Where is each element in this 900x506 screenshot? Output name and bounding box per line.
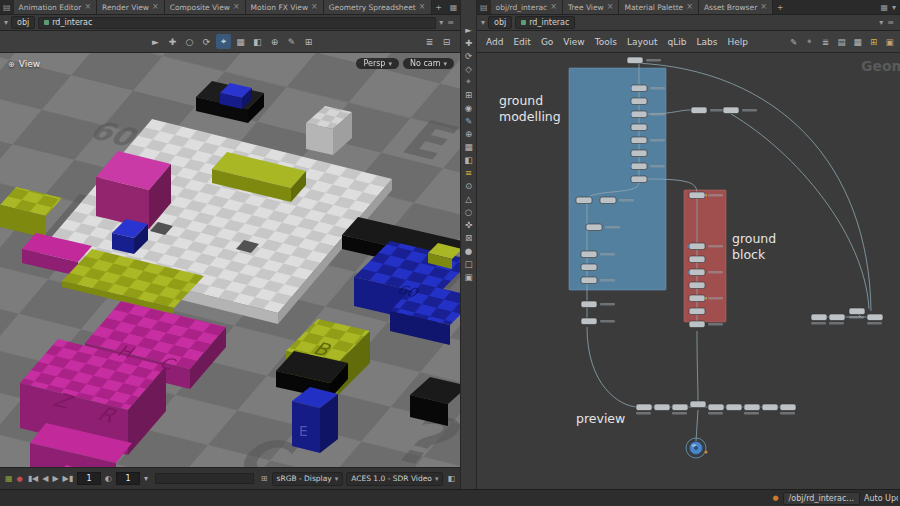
path-caret-icon[interactable]: ▾: [481, 18, 485, 27]
side-tool-icon[interactable]: ◇: [462, 63, 475, 74]
menu-item[interactable]: Tools: [590, 37, 622, 47]
auto-update-toggle[interactable]: Auto Update ▾: [864, 494, 898, 503]
tab-close-icon[interactable]: ×: [760, 3, 767, 11]
status-path-button[interactable]: /obj/rd_interac...: [783, 492, 860, 505]
tab-close-icon[interactable]: ×: [607, 3, 614, 11]
side-tool-icon[interactable]: ⊙: [462, 180, 475, 191]
network-editor[interactable]: ground modelling ground block preview Ge…: [477, 53, 900, 489]
viewport-tool-icon[interactable]: ◧: [250, 34, 265, 49]
menu-item[interactable]: Go: [536, 37, 558, 47]
network-toolbar-icon[interactable]: ▦: [851, 35, 864, 48]
view-menu-icon[interactable]: ⊕: [8, 60, 15, 69]
viewport-tool-icon[interactable]: ⟳: [199, 34, 214, 49]
playbar-mode-icon[interactable]: ▦: [4, 474, 14, 483]
side-tool-icon[interactable]: △: [462, 193, 475, 204]
tab-close-icon[interactable]: ×: [84, 3, 91, 11]
viewport-tool-icon[interactable]: ✚: [165, 34, 180, 49]
transport-button[interactable]: ▮◀: [27, 474, 40, 483]
side-tool-icon[interactable]: ►: [462, 24, 475, 35]
pane-tab[interactable]: Tree View ×: [563, 0, 620, 14]
preview-sphere-node[interactable]: [686, 438, 708, 458]
frame-start-field[interactable]: 1: [77, 472, 101, 485]
menu-item[interactable]: Add: [481, 37, 508, 47]
side-tool-icon[interactable]: ⌖: [462, 76, 475, 87]
keyframe-icon[interactable]: ◐: [104, 474, 113, 483]
side-tool-icon[interactable]: ▣: [462, 271, 475, 282]
context-chip[interactable]: obj: [488, 16, 512, 29]
pane-layout-icon[interactable]: ▦: [880, 3, 888, 12]
blue-block-bottom[interactable]: E: [292, 387, 338, 453]
new-tab-button[interactable]: +: [432, 0, 446, 14]
pane-menu-caret-icon[interactable]: ▾: [892, 3, 896, 12]
camera-link-button[interactable]: No cam ▾: [403, 58, 454, 69]
timeline-track[interactable]: [155, 473, 254, 484]
viewport-tool-icon[interactable]: ⊞: [301, 34, 316, 49]
camera-menu-button[interactable]: Persp ▾: [356, 58, 399, 69]
path-menu-icon[interactable]: ≡: [447, 18, 454, 27]
node-chip[interactable]: rd_interac: [515, 16, 575, 29]
view-transform-dropdown[interactable]: ACES 1.0 - SDR Video ▾: [346, 472, 443, 486]
side-tool-icon[interactable]: ⊠: [462, 232, 475, 243]
side-tool-icon[interactable]: ≡: [462, 167, 475, 178]
path-history-caret-icon[interactable]: ▾: [879, 18, 883, 27]
transport-button[interactable]: ◀: [41, 474, 49, 483]
viewport-tool-icon[interactable]: ○: [182, 34, 197, 49]
viewport-tool-icon[interactable]: ►: [148, 34, 163, 49]
side-tool-icon[interactable]: ◧: [462, 154, 475, 165]
playbar-mode-icon[interactable]: ●: [16, 475, 24, 483]
viewport-3d[interactable]: H 60 E H ? C: [0, 53, 460, 467]
menu-item[interactable]: Help: [722, 37, 753, 47]
side-tool-icon[interactable]: ⊞: [462, 89, 475, 100]
context-chip[interactable]: obj: [11, 16, 35, 29]
network-toolbar-icon[interactable]: ▤: [835, 35, 848, 48]
path-menu-icon[interactable]: ≡: [887, 18, 894, 27]
pane-tab[interactable]: obj/rd_interac ×: [491, 0, 563, 14]
pane-tab[interactable]: Geometry Spreadsheet ×: [324, 0, 432, 14]
pane-tab[interactable]: Motion FX View ×: [246, 0, 324, 14]
network-toolbar-icon[interactable]: ≣: [819, 35, 832, 48]
network-toolbar-icon[interactable]: ▣: [883, 35, 896, 48]
tab-close-icon[interactable]: ×: [311, 3, 318, 11]
viewport-toolbar-right-icon[interactable]: ≣: [422, 34, 437, 49]
frame-options-caret-icon[interactable]: ▾: [143, 474, 149, 483]
side-tool-icon[interactable]: ◉: [462, 102, 475, 113]
menu-item[interactable]: Layout: [622, 37, 663, 47]
tab-close-icon[interactable]: ×: [550, 3, 557, 11]
transport-button[interactable]: ▶▮: [62, 474, 75, 483]
network-toolbar-icon[interactable]: ⌖: [803, 35, 816, 48]
side-tool-icon[interactable]: ✚: [462, 37, 475, 48]
viewport-tool-icon[interactable]: ⌖: [216, 34, 231, 49]
tab-close-icon[interactable]: ×: [152, 3, 159, 11]
side-tool-icon[interactable]: ✎: [462, 115, 475, 126]
display-space-dropdown[interactable]: sRGB - Display ▾: [272, 472, 344, 486]
tab-close-icon[interactable]: ×: [233, 3, 240, 11]
side-tool-icon[interactable]: ⟳: [462, 50, 475, 61]
window-menu-icon[interactable]: ▤: [0, 0, 14, 14]
viewport-toolbar-right-icon[interactable]: ⊟: [439, 34, 454, 49]
viewport-tool-icon[interactable]: ✎: [284, 34, 299, 49]
pane-tab[interactable]: Material Palette ×: [619, 0, 699, 14]
3d-scene[interactable]: H 60 E H ? C: [0, 53, 460, 467]
new-tab-button[interactable]: +: [773, 0, 787, 14]
network-toolbar-icon[interactable]: ⊞: [867, 35, 880, 48]
side-tool-icon[interactable]: ○: [462, 206, 475, 217]
menu-item[interactable]: Labs: [691, 37, 722, 47]
menu-item[interactable]: qLib: [663, 37, 692, 47]
pane-tab[interactable]: Composite View ×: [165, 0, 246, 14]
gamma-icon[interactable]: ◧: [446, 474, 456, 483]
node-path-field[interactable]: rd_interac: [38, 17, 436, 29]
viewport-tool-icon[interactable]: ⊕: [267, 34, 282, 49]
side-tool-icon[interactable]: ▦: [462, 141, 475, 152]
pane-menu-icon[interactable]: ▤: [477, 0, 491, 14]
network-toolbar-icon[interactable]: ✎: [787, 35, 800, 48]
side-tool-icon[interactable]: ✜: [462, 219, 475, 230]
side-tool-icon[interactable]: □: [462, 258, 475, 269]
menu-item[interactable]: View: [558, 37, 589, 47]
transport-button[interactable]: ▶: [51, 474, 59, 483]
pane-tab[interactable]: Render View ×: [97, 0, 165, 14]
tab-close-icon[interactable]: ×: [419, 3, 426, 11]
side-tool-icon[interactable]: ⊕: [462, 128, 475, 139]
menu-item[interactable]: Edit: [508, 37, 535, 47]
viewport-tool-icon[interactable]: ▦: [233, 34, 248, 49]
tab-close-icon[interactable]: ×: [686, 3, 693, 11]
